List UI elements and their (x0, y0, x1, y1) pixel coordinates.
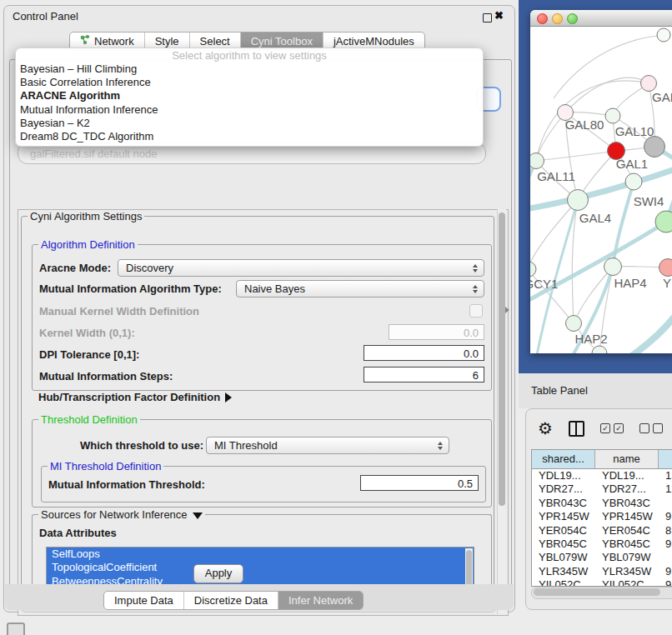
column-header-name[interactable]: name (595, 450, 659, 468)
table-cell: YBL079W (532, 551, 595, 564)
manual-kernel-width-label: Manual Kernel Width Definition (39, 305, 199, 318)
table-row[interactable]: YLR345WYLR345W9. (532, 565, 672, 578)
close-icon[interactable]: ✖ (494, 9, 504, 22)
mi-threshold-definition-title: MI Threshold Definition (48, 460, 163, 472)
threshold-definition-title: Threshold Definition (38, 413, 140, 426)
tab-label: Discretize Data (194, 592, 268, 609)
table-row[interactable]: YPR145WYPR145W9. (532, 510, 672, 523)
node-hap4[interactable] (604, 258, 622, 276)
aracne-mode-label: Aracne Mode: (39, 262, 111, 274)
node-gray[interactable] (644, 137, 665, 158)
minimize-traffic-light[interactable] (552, 13, 563, 24)
table-row[interactable]: YDL19...YDL19...13 (532, 469, 672, 482)
table-hscrollbar[interactable] (531, 587, 672, 599)
deselect-all-checkboxes-icon[interactable] (639, 423, 663, 433)
mi-steps-input[interactable]: 6 (364, 367, 484, 382)
node-salmon[interactable] (659, 259, 672, 277)
zoom-traffic-light[interactable] (567, 13, 578, 24)
mi-threshold-input[interactable]: 0.5 (360, 475, 479, 491)
column-header-shared[interactable]: shared... (532, 450, 595, 468)
network-edge-highlighted[interactable] (620, 307, 672, 353)
tab-infer-network[interactable]: Infer Network (278, 592, 363, 609)
table-cell: 9. (659, 578, 672, 586)
node-swi4-small[interactable] (625, 173, 642, 190)
manual-kernel-width-checkbox[interactable] (469, 304, 483, 318)
tab-discretize-data[interactable]: Discretize Data (183, 592, 278, 609)
table-row[interactable]: YBR045CYBR045C9. (532, 538, 672, 551)
dpi-tolerance-input[interactable]: 0.0 (364, 345, 484, 361)
which-threshold-combo[interactable]: MI Threshold (206, 437, 449, 454)
combo-spinner-icon (473, 264, 478, 272)
mi-steps-label: Mutual Information Steps: (39, 370, 173, 382)
mi-algorithm-type-label: Mutual Information Algorithm Type: (39, 282, 222, 295)
aracne-mode-combo[interactable]: Discovery (118, 259, 484, 277)
select-all-checkboxes-icon[interactable]: ✓✓ (600, 423, 624, 433)
mac-titlebar[interactable] (530, 10, 672, 27)
algorithm-option-dream8-dc-tdc-algorithm[interactable]: Dream8 DC_TDC Algorithm (16, 130, 483, 143)
table-cell: YPR145W (595, 510, 659, 523)
table-cell: 13 (659, 469, 672, 482)
combo-spinner-icon (438, 442, 443, 450)
node-hap4-label: HAP4 (614, 276, 646, 290)
table-row[interactable]: YER054CYER054C8. (532, 524, 672, 538)
network-edge[interactable] (530, 200, 578, 269)
node-gal-cut-label: GAL (652, 90, 672, 104)
table-cell: YBL079W (595, 551, 659, 564)
mi-algorithm-type-combo[interactable]: Naive Bayes (236, 280, 484, 298)
algorithm-option-bayesian-hill-climbing[interactable]: Bayesian – Hill Climbing (16, 62, 483, 76)
algorithm-option-mutual-information-inference[interactable]: Mutual Information Inference (16, 103, 483, 117)
control-panel-title: Control Panel (4, 6, 514, 27)
table-cell: YDL19... (595, 469, 659, 482)
sources-title[interactable]: Sources for Network Inference (38, 508, 205, 521)
bottom-tab-bar: Impute DataDiscretize DataInfer Network (103, 591, 364, 610)
table-row[interactable]: YBL079WYBL079W (532, 551, 672, 564)
table-cell (659, 551, 672, 564)
attribute-item-topologicalcoefficient[interactable]: TopologicalCoefficient (47, 561, 474, 574)
kernel-width-input[interactable]: 0.0 (389, 324, 484, 340)
table-cell: YDR27... (595, 482, 659, 496)
column-header-col2[interactable] (659, 450, 672, 468)
table-cell: 9. (659, 538, 672, 551)
panel-resize-handle[interactable] (505, 307, 509, 313)
columns-icon[interactable] (569, 421, 584, 437)
node-gal4[interactable] (568, 190, 589, 211)
network-edge-highlighted[interactable] (613, 182, 634, 267)
network-edge[interactable] (536, 112, 565, 161)
table-panel: Table Panel ⚙ ✓✓ shared...name YDL19...Y… (519, 373, 672, 635)
table-cell: YER054C (595, 524, 659, 538)
node-gal11[interactable] (530, 153, 544, 169)
which-threshold-value: MI Threshold (214, 439, 278, 452)
settings-vscrollbar[interactable] (497, 209, 506, 614)
network-canvas[interactable]: GALGAL80GAL10GAL1GAL11SWI4GAL4GCY1HAP4YH… (530, 27, 672, 353)
table-cell: YLR345W (595, 565, 659, 578)
gear-icon[interactable]: ⚙ (538, 420, 553, 437)
table-cell: YDR27... (532, 482, 595, 496)
node-gal-cut[interactable] (641, 76, 657, 92)
node-bottom-partial[interactable] (592, 346, 607, 353)
hub-definition-expander[interactable]: Hub/Transcription Factor Definition (38, 391, 232, 403)
panel-corner-button[interactable] (7, 622, 25, 635)
tab-impute-data[interactable]: Impute Data (104, 592, 183, 609)
cyni-algorithm-settings-group: Cyni Algorithm Settings Algorithm Defini… (21, 216, 494, 601)
network-edge[interactable] (536, 151, 616, 161)
table-row[interactable]: YDR27...YDR27...12 (532, 482, 672, 496)
node-hap2[interactable] (566, 316, 582, 332)
node-gcy1[interactable] (530, 262, 536, 277)
attribute-item-selfloops[interactable]: SelfLoops (47, 548, 474, 561)
node-gal10[interactable] (605, 108, 620, 123)
table-row[interactable]: YBR043CYBR043C (532, 497, 672, 510)
node-top-partial[interactable] (657, 28, 670, 42)
dpi-tolerance-label: DPI Tolerance [0,1]: (39, 348, 139, 361)
table-row[interactable]: YIL052CYIL052C9. (532, 578, 672, 586)
combo-spinner-icon (473, 285, 478, 293)
algorithm-option-bayesian-k2[interactable]: Bayesian – K2 (16, 117, 483, 130)
threshold-definition-group: Threshold Definition Which threshold to … (32, 419, 492, 508)
node-salmon-label: Y (663, 276, 671, 290)
algorithm-option-aracne-algorithm[interactable]: ARACNE Algorithm (16, 89, 483, 102)
float-window-icon[interactable] (483, 13, 492, 22)
algorithm-option-basic-correlation-inference[interactable]: Basic Correlation Inference (16, 76, 483, 89)
table-cell: YBR045C (532, 538, 595, 551)
settings-scroll-area: Cyni Algorithm Settings Algorithm Defini… (18, 209, 509, 616)
apply-button[interactable]: Apply (193, 564, 243, 583)
close-traffic-light[interactable] (537, 13, 548, 24)
